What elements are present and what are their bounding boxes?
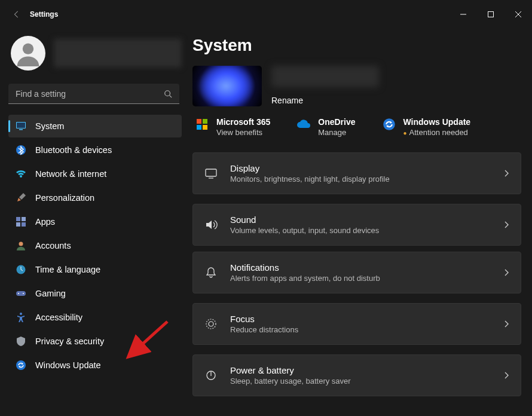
maximize-button[interactable] xyxy=(477,5,505,24)
sidebar-item-label: Time & language xyxy=(35,265,100,274)
close-button[interactable] xyxy=(505,5,532,24)
service-title: OneDrive xyxy=(318,117,355,127)
tile-sub: Alerts from apps and system, do not dist… xyxy=(230,274,491,283)
windows-update-icon xyxy=(16,360,26,371)
search-input[interactable] xyxy=(16,89,164,99)
svg-rect-9 xyxy=(16,222,20,227)
tile-sub: Volume levels, output, input, sound devi… xyxy=(230,226,491,235)
sidebar-item-accessibility[interactable]: Accessibility xyxy=(8,306,182,329)
person-icon xyxy=(15,40,41,66)
svg-rect-8 xyxy=(22,217,26,221)
service-windows-update[interactable]: Windows Update●Attention needed xyxy=(382,117,471,137)
service-onedrive[interactable]: OneDriveManage xyxy=(296,117,355,137)
tile-sub: Sleep, battery usage, battery saver xyxy=(230,377,491,386)
m365-icon xyxy=(195,117,209,131)
minimize-icon xyxy=(460,11,466,17)
svg-point-11 xyxy=(19,242,23,246)
device-summary: Rename xyxy=(192,66,521,106)
bell-icon xyxy=(204,265,218,280)
sound-icon xyxy=(204,218,218,232)
svg-rect-18 xyxy=(197,119,201,124)
sidebar-item-label: System xyxy=(35,121,64,131)
sidebar-item-label: Gaming xyxy=(35,289,66,298)
svg-rect-19 xyxy=(203,119,207,124)
sidebar-item-apps[interactable]: Apps xyxy=(8,210,182,233)
search-box[interactable] xyxy=(8,84,179,104)
sidebar-item-label: Accounts xyxy=(35,241,71,250)
svg-rect-20 xyxy=(197,125,201,130)
sidebar-item-label: Network & internet xyxy=(35,169,106,179)
svg-rect-4 xyxy=(17,123,25,128)
accounts-icon xyxy=(16,240,26,251)
chevron-right-icon xyxy=(503,221,510,228)
display-icon xyxy=(204,166,218,181)
sidebar-item-accounts[interactable]: Accounts xyxy=(8,234,182,257)
tile-sub: Reduce distractions xyxy=(230,325,491,334)
sidebar-item-privacy[interactable]: Privacy & security xyxy=(8,330,182,353)
service-sub: ●Attention needed xyxy=(403,128,471,137)
tile-title: Notifications xyxy=(230,262,491,273)
svg-point-17 xyxy=(16,360,26,370)
tile-sub: Monitors, brightness, night light, displ… xyxy=(230,175,491,183)
system-icon xyxy=(16,121,26,131)
minimize-button[interactable] xyxy=(450,5,477,24)
back-arrow-icon xyxy=(13,10,21,19)
chevron-right-icon xyxy=(503,269,510,276)
sidebar-item-label: Windows Update xyxy=(35,360,101,370)
service-title: Microsoft 365 xyxy=(216,117,270,127)
back-button[interactable] xyxy=(5,2,29,26)
tile-power-battery[interactable]: Power & batterySleep, battery usage, bat… xyxy=(192,354,521,396)
tile-focus[interactable]: FocusReduce distractions xyxy=(192,303,521,345)
search-icon xyxy=(164,90,172,98)
bluetooth-icon xyxy=(16,145,26,155)
service-sub: Manage xyxy=(318,128,355,137)
apps-icon xyxy=(16,216,26,227)
page-title: System xyxy=(192,36,521,55)
service-title: Windows Update xyxy=(403,117,471,127)
svg-point-22 xyxy=(383,118,395,130)
svg-rect-21 xyxy=(203,125,207,130)
chevron-right-icon xyxy=(503,170,510,177)
sidebar-item-label: Personalization xyxy=(35,193,94,203)
close-icon xyxy=(515,11,521,17)
sidebar-item-time-language[interactable]: Time & language xyxy=(8,258,182,281)
focus-icon xyxy=(204,317,218,331)
clock-globe-icon xyxy=(16,264,26,275)
svg-point-15 xyxy=(23,293,24,294)
sidebar-item-gaming[interactable]: Gaming xyxy=(8,282,182,305)
svg-point-16 xyxy=(20,313,22,315)
svg-point-2 xyxy=(165,90,170,96)
sidebar-item-personalization[interactable]: Personalization xyxy=(8,186,182,209)
tile-title: Display xyxy=(230,163,491,173)
tile-notifications[interactable]: NotificationsAlerts from apps and system… xyxy=(192,252,521,293)
sidebar-item-bluetooth[interactable]: Bluetooth & devices xyxy=(8,139,182,161)
svg-point-14 xyxy=(18,293,19,294)
rename-link[interactable]: Rename xyxy=(271,96,379,105)
maximize-icon xyxy=(488,11,494,17)
sidebar-item-windows-update[interactable]: Windows Update xyxy=(8,354,182,377)
tile-sound[interactable]: SoundVolume levels, output, input, sound… xyxy=(192,204,521,246)
chevron-right-icon xyxy=(503,372,510,379)
sidebar-item-network[interactable]: Network & internet xyxy=(8,163,182,185)
sidebar-item-label: Accessibility xyxy=(35,313,82,322)
profile-header[interactable] xyxy=(8,36,182,71)
svg-rect-7 xyxy=(16,217,20,221)
sidebar: System Bluetooth & devices Network & int… xyxy=(0,29,185,416)
onedrive-icon xyxy=(296,117,311,131)
svg-point-1 xyxy=(23,44,33,54)
service-sub: View benefits xyxy=(216,128,270,137)
paintbrush-icon xyxy=(16,192,26,203)
gaming-icon xyxy=(16,288,26,299)
device-thumbnail[interactable] xyxy=(192,66,262,106)
svg-point-24 xyxy=(206,319,216,329)
sidebar-item-system[interactable]: System xyxy=(8,115,182,137)
tile-display[interactable]: DisplayMonitors, brightness, night light… xyxy=(192,152,521,194)
svg-point-25 xyxy=(209,322,213,326)
tile-title: Power & battery xyxy=(230,365,491,375)
wifi-icon xyxy=(16,169,26,179)
service-row: Microsoft 365View benefits OneDriveManag… xyxy=(192,117,521,137)
sidebar-item-label: Apps xyxy=(35,217,55,227)
service-m365[interactable]: Microsoft 365View benefits xyxy=(195,117,270,137)
content-area: System Rename Microsoft 365View benefits… xyxy=(185,29,532,416)
update-icon xyxy=(382,117,396,131)
